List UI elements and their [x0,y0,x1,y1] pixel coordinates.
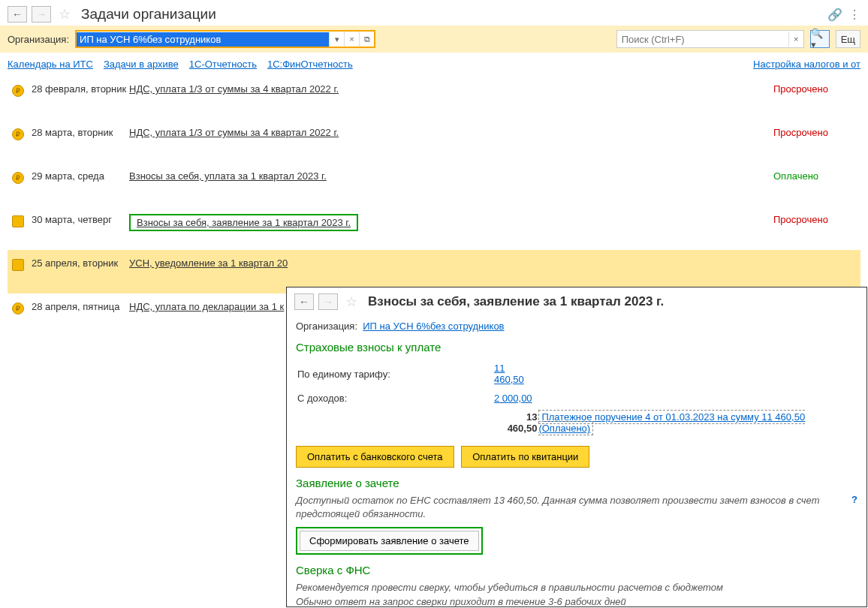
task-status: Просрочено [773,127,856,138]
popup-org-link[interactable]: ИП на УСН 6%без сотрудников [363,321,504,332]
search-input[interactable] [617,32,788,47]
envelope-icon [12,259,24,271]
clear-icon[interactable]: × [344,32,359,47]
link-1c-finreport[interactable]: 1С:ФинОтчетность [267,59,353,70]
form-offset-button[interactable]: Сформировать заявление о зачете [300,531,479,551]
income-value[interactable]: 2 000,00 [494,393,532,404]
forward-button[interactable]: → [32,6,51,23]
org-value: ИП на УСН 6%без сотрудников [77,32,329,47]
search-button[interactable]: 🔍 ▾ [810,30,830,48]
page-title: Задачи организации [81,6,216,23]
menu-dots-icon[interactable]: ⋮ [848,8,860,22]
link-archive[interactable]: Задачи в архиве [104,59,179,70]
link-its[interactable]: Календарь на ИТС [8,59,93,70]
ruble-icon: ₽ [12,128,24,140]
fns-hint: Рекомендуется провести сверку, чтобы убе… [296,581,857,608]
task-link[interactable]: НДС, уплата 1/3 от суммы за 4 квартал 20… [129,83,339,95]
envelope-icon [12,215,24,227]
task-row[interactable]: ₽28 февраля, вторникНДС, уплата 1/3 от с… [8,76,860,119]
task-link[interactable]: Взносы за себя, заявление за 1 квартал 2… [137,217,351,228]
help-icon[interactable]: ? [851,494,857,505]
favorite-star-icon[interactable]: ☆ [59,6,71,23]
task-status: Просрочено [773,83,856,95]
offset-hint: Доступный остаток по ЕНС составляет 13 4… [296,494,857,521]
highlight-frame: Взносы за себя, заявление за 1 квартал 2… [129,214,358,231]
popup-star-icon[interactable]: ☆ [345,293,357,310]
task-date: 29 марта, среда [32,170,129,182]
task-link[interactable]: НДС, уплата по декларации за 1 к [129,301,284,312]
popup-forward-button[interactable]: → [318,293,338,310]
search-clear-icon[interactable]: × [788,32,803,47]
tariff-label: По единому тарифу: [297,360,493,388]
section-fns: Сверка с ФНС [296,564,857,576]
task-date: 28 февраля, вторник [32,83,129,95]
popup-header: ← → ☆ Взносы за себя, заявление за 1 ква… [287,287,866,313]
form-offset-highlight: Сформировать заявление о зачете [296,527,483,555]
task-row[interactable]: ₽28 марта, вторникНДС, уплата 1/3 от сум… [8,119,860,163]
payment-doc-link[interactable]: Платежное поручение 4 от 01.03.2023 на с… [538,410,805,435]
task-date: 28 апреля, пятница [32,301,129,312]
link-tax-settings[interactable]: Настройка налогов и от [753,59,860,70]
task-date: 30 марта, четверг [32,214,129,225]
ruble-icon: ₽ [12,302,24,315]
ruble-icon: ₽ [12,85,24,97]
popup-back-button[interactable]: ← [294,293,314,310]
page-header: ← → ☆ Задачи организации 🔗 ⋮ [0,0,868,26]
tariff-value[interactable]: 11 460,50 [494,363,524,385]
open-icon[interactable]: ⧉ [359,32,374,47]
task-date: 25 апреля, вторник [32,257,129,269]
org-field[interactable]: ИП на УСН 6%без сотрудников ▾ × ⧉ [75,30,375,48]
task-row[interactable]: ₽29 марта, средаВзносы за себя, уплата з… [8,163,860,206]
task-detail-panel: ← → ☆ Взносы за себя, заявление за 1 ква… [286,287,867,607]
total-value: 13 460,50 [494,408,537,437]
section-offset: Заявление о зачете [296,477,857,489]
search-box[interactable]: × [616,30,804,48]
back-button[interactable]: ← [8,6,27,23]
popup-title: Взносы за себя, заявление за 1 квартал 2… [368,294,664,309]
pay-bank-button[interactable]: Оплатить с банковского счета [296,446,454,468]
link-1c-report[interactable]: 1С-Отчетность [189,59,257,70]
task-link[interactable]: Взносы за себя, уплата за 1 квартал 2023… [129,170,327,182]
link-icon[interactable]: 🔗 [827,8,842,22]
section-insurance: Страховые взносы к уплате [296,341,857,354]
task-link[interactable]: УСН, уведомление за 1 квартал 20 [129,257,288,269]
task-link[interactable]: НДС, уплата 1/3 от суммы за 4 квартал 20… [129,127,339,138]
pay-receipt-button[interactable]: Оплатить по квитанции [461,446,589,468]
org-label: Организация: [8,34,69,45]
filter-bar: Организация: ИП на УСН 6%без сотрудников… [0,26,868,53]
quick-links: Календарь на ИТС Задачи в архиве 1С-Отче… [0,53,868,76]
task-status: Просрочено [773,214,856,225]
income-label: С доходов: [297,390,493,407]
task-date: 28 марта, вторник [32,127,129,138]
popup-org-label: Организация: [296,321,357,332]
ruble-icon: ₽ [12,172,24,184]
dropdown-icon[interactable]: ▾ [329,32,344,47]
more-button[interactable]: Ещ [836,30,860,48]
task-status: Оплачено [773,170,856,182]
task-row[interactable]: 30 марта, четвергВзносы за себя, заявлен… [8,206,860,250]
